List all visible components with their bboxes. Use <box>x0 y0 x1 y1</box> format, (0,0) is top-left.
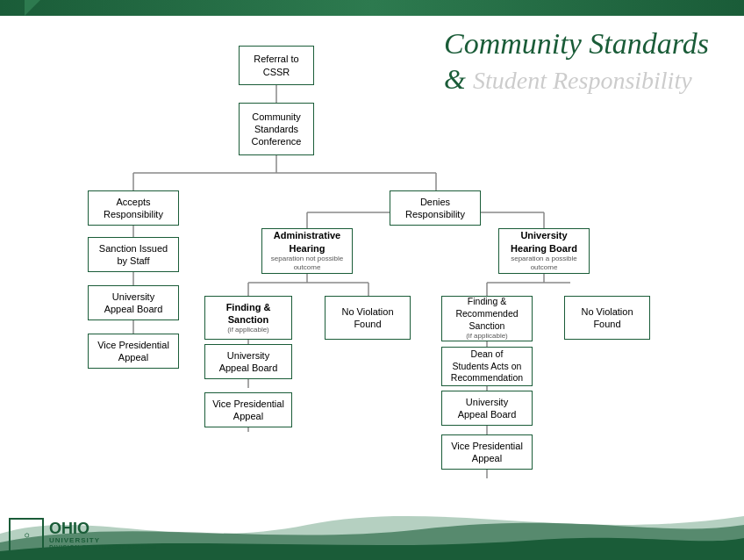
box-community: Community Standards Conference <box>239 103 314 155</box>
box-appeal-board-1: University Appeal Board <box>88 285 179 320</box>
box-vice-presidential-3: Vice Presidential Appeal <box>441 434 533 470</box>
dean-students-label: Dean of Students Acts on Recommendation <box>451 348 523 384</box>
box-vice-presidential-2: Vice Presidential Appeal <box>204 392 292 427</box>
ohio-logo-box: ⬡ <box>9 518 44 553</box>
box-denies: Denies Responsibility <box>390 190 481 226</box>
referral-label: Referral to CSSR <box>254 53 298 78</box>
vice-presidential-3-label: Vice Presidential Appeal <box>451 440 523 465</box>
finding-sanction-1-label: Finding & Sanction <box>226 301 271 327</box>
box-referral: Referral to CSSR <box>239 46 314 85</box>
appeal-board-1-label: University Appeal Board <box>104 291 163 316</box>
sanction-staff-label: Sanction Issued by Staff <box>99 242 168 268</box>
denies-label: Denies Responsibility <box>405 196 465 221</box>
finding-recommended-label: Finding & Recommended Sanction <box>455 296 518 332</box>
ohio-text: OHIO UNIVERSITY Division of Student Affa… <box>49 521 157 550</box>
community-label: Community Standards Conference <box>252 111 302 148</box>
box-no-violation-2: No Violation Found <box>564 296 650 340</box>
box-dean-students: Dean of Students Acts on Recommendation <box>441 347 533 386</box>
finding-recommended-note: (if applicable) <box>466 332 508 341</box>
accepts-label: Accepts Responsibility <box>104 196 163 221</box>
box-sanction-staff: Sanction Issued by Staff <box>88 237 179 272</box>
vice-presidential-2-label: Vice Presidential Appeal <box>212 398 284 423</box>
university-word: UNIVERSITY <box>49 536 157 544</box>
box-appeal-board-2: University Appeal Board <box>204 344 292 379</box>
box-admin-hearing: Administrative Hearing separation not po… <box>261 228 353 274</box>
appeal-board-3-label: University Appeal Board <box>458 396 517 421</box>
box-accepts: Accepts Responsibility <box>88 190 179 226</box>
division-label: Division of Student Affairs <box>49 544 157 550</box>
ohio-name: OHIO <box>49 521 157 536</box>
top-bar-arrow <box>25 0 40 16</box>
box-vice-presidential-1: Vice Presidential Appeal <box>88 334 179 369</box>
no-violation-1-label: No Violation Found <box>341 305 393 331</box>
finding-sanction-note-1: (if applicable) <box>227 326 269 334</box>
box-finding-recommended: Finding & Recommended Sanction (if appli… <box>441 296 533 341</box>
admin-note-label: separation not possible outcome <box>268 255 347 273</box>
box-univ-hearing-board: University Hearing Board separation a po… <box>498 228 590 274</box>
univ-hearing-note-label: separation a possible outcome <box>504 255 583 273</box>
top-bar <box>0 0 744 16</box>
box-appeal-board-3: University Appeal Board <box>441 391 533 426</box>
box-finding-sanction-1: Finding & Sanction (if applicable) <box>204 296 292 340</box>
appeal-board-2-label: University Appeal Board <box>219 349 278 375</box>
footer-logo: ⬡ OHIO UNIVERSITY Division of Student Af… <box>9 518 157 553</box>
univ-hearing-board-label: University Hearing Board <box>511 229 577 255</box>
no-violation-2-label: No Violation Found <box>581 305 633 331</box>
admin-hearing-label: Administrative Hearing <box>274 229 340 255</box>
box-no-violation-1: No Violation Found <box>325 296 411 340</box>
vice-presidential-1-label: Vice Presidential Appeal <box>97 339 169 364</box>
flowchart: Referral to CSSR Community Standards Con… <box>0 19 570 520</box>
